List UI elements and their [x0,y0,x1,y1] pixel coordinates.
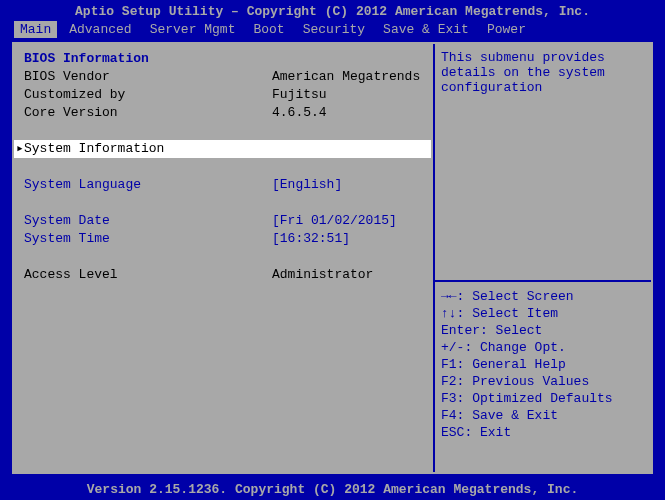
help-key: F4: Save & Exit [441,407,643,424]
value: [English] [272,176,421,194]
menu-bar: Main Advanced Server Mgmt Boot Security … [0,21,665,42]
label: Core Version [24,104,272,122]
value: [Fri 01/02/2015] [272,212,421,230]
help-keys: →←: Select Screen ↑↓: Select Item Enter:… [433,282,651,472]
access-level-row: Access Level Administrator [24,266,421,284]
menu-save-exit[interactable]: Save & Exit [377,21,475,38]
help-key: +/-: Change Opt. [441,339,643,356]
label: Customized by [24,86,272,104]
menu-advanced[interactable]: Advanced [63,21,137,38]
menu-main[interactable]: Main [14,21,57,38]
value: 4.6.5.4 [272,104,421,122]
help-description: This submenu provides details on the sys… [433,44,651,280]
menu-security[interactable]: Security [297,21,371,38]
label: System Information [24,140,272,158]
option-system-date[interactable]: System Date [Fri 01/02/2015] [24,212,421,230]
pointer-icon: ▸ [16,140,24,158]
label: System Date [24,212,272,230]
info-row: Core Version 4.6.5.4 [24,104,421,122]
info-row: Customized by Fujitsu [24,86,421,104]
value: American Megatrends [272,68,421,86]
label: System Time [24,230,272,248]
footer-bar: Version 2.15.1236. Copyright (C) 2012 Am… [0,482,665,497]
label: System Language [24,176,272,194]
help-key: F3: Optimized Defaults [441,390,643,407]
menu-boot[interactable]: Boot [247,21,290,38]
option-system-language[interactable]: System Language [English] [24,176,421,194]
left-panel: BIOS Information BIOS Vendor American Me… [14,44,431,472]
value: Administrator [272,266,421,284]
label: BIOS Vendor [24,68,272,86]
content-area: BIOS Information BIOS Vendor American Me… [12,42,653,474]
section-header: BIOS Information [24,50,421,68]
help-key: ESC: Exit [441,424,643,441]
help-key: Enter: Select [441,322,643,339]
info-row: BIOS Vendor American Megatrends [24,68,421,86]
help-key: F1: General Help [441,356,643,373]
option-system-time[interactable]: System Time [16:32:51] [24,230,421,248]
title-bar: Aptio Setup Utility – Copyright (C) 2012… [0,0,665,21]
label: Access Level [24,266,272,284]
value: Fujitsu [272,86,421,104]
help-key: F2: Previous Values [441,373,643,390]
menu-server-mgmt[interactable]: Server Mgmt [144,21,242,38]
value: [16:32:51] [272,230,421,248]
menu-power[interactable]: Power [481,21,532,38]
help-key: ↑↓: Select Item [441,305,643,322]
help-key: →←: Select Screen [441,288,643,305]
submenu-system-information[interactable]: ▸ System Information [14,140,431,158]
right-panel: This submenu provides details on the sys… [431,44,651,472]
